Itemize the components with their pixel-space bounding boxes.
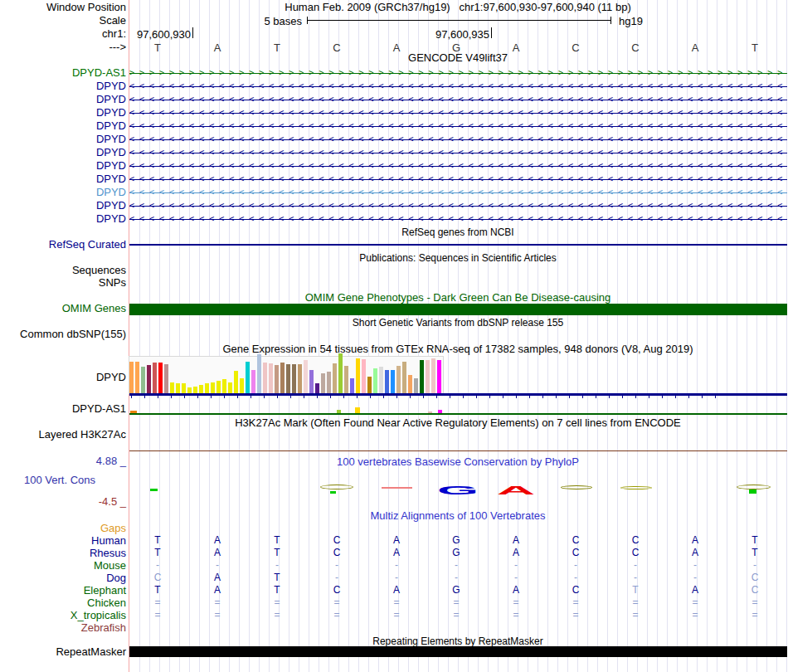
multiz-base: A	[499, 585, 533, 596]
gene-row-dpyd[interactable]: <<<<<<<<<<<<<<<<<<<<<<<<<<<<<<<<<<<<<<<<…	[129, 80, 787, 92]
multiz-species-chicken[interactable]: Chicken	[2, 597, 126, 609]
multiz-base: T	[738, 535, 771, 546]
h3k27ac-baseline	[129, 450, 787, 451]
publications-track-title[interactable]: Publications: Sequences in Scientific Ar…	[129, 252, 786, 264]
multiz-base: -	[260, 560, 294, 571]
repeatmasker-bar[interactable]	[129, 646, 787, 657]
gtex-bar	[216, 381, 221, 393]
repeatmasker-label[interactable]: RepeatMasker	[2, 646, 126, 658]
gene-row-dpyd[interactable]: <<<<<<<<<<<<<<<<<<<<<<<<<<<<<<<<<<<<<<<<…	[129, 187, 787, 198]
gtex-bar	[379, 367, 383, 393]
gene-row-dpyd-as1[interactable]: >>>>>>>>>>>>>>>>>>>>>>>>>>>>>>>>>>>>>>>>…	[129, 67, 787, 79]
gene-row-dpyd[interactable]: <<<<<<<<<<<<<<<<<<<<<<<<<<<<<<<<<<<<<<<<…	[129, 200, 787, 212]
layered-h3k27ac-label[interactable]: Layered H3K27Ac	[2, 429, 126, 441]
multiz-species-dog[interactable]: Dog	[2, 572, 126, 584]
omim-track-title[interactable]: OMIM Gene Phenotypes - Dark Green Can Be…	[129, 292, 786, 304]
phylop-track-title[interactable]: 100 vertebrates Basewise Conservation by…	[129, 456, 786, 468]
gtex-tick	[158, 396, 158, 398]
gene-label-dpyd-as1[interactable]: DPYD-AS1	[2, 67, 126, 79]
gene-row-dpyd[interactable]: <<<<<<<<<<<<<<<<<<<<<<<<<<<<<<<<<<<<<<<<…	[129, 120, 787, 132]
phylop-mark	[330, 491, 336, 494]
gtex-dpyd-label[interactable]: DPYD	[2, 372, 126, 383]
multiz-species-x_tropicalis[interactable]: X_tropicalis	[2, 610, 126, 621]
gtex-tick	[635, 396, 636, 398]
multiz-species-rhesus[interactable]: Rhesus	[2, 548, 126, 559]
gtex-tick	[330, 396, 331, 398]
vert-cons-label[interactable]: 100 Vert. Cons	[2, 474, 95, 486]
gtex-bar	[199, 385, 203, 393]
gtex-tick	[489, 396, 490, 398]
gene-label-dpyd[interactable]: DPYD	[2, 134, 126, 145]
multiz-base: -	[499, 560, 533, 571]
gene-row-dpyd[interactable]: <<<<<<<<<<<<<<<<<<<<<<<<<<<<<<<<<<<<<<<<…	[129, 107, 787, 119]
gencode-track-title[interactable]: GENCODE V49lift37	[129, 52, 786, 64]
multiz-base: =	[499, 597, 533, 608]
gtex-tick	[317, 396, 318, 398]
gene-row-dpyd[interactable]: <<<<<<<<<<<<<<<<<<<<<<<<<<<<<<<<<<<<<<<<…	[129, 147, 787, 158]
refseq-track-title[interactable]: RefSeq genes from NCBI	[129, 226, 786, 238]
gtex-tick	[649, 396, 649, 398]
gtex-dpyd-as1-line[interactable]	[129, 413, 787, 415]
multiz-species-human[interactable]: Human	[2, 535, 126, 547]
multiz-base: -	[619, 572, 652, 583]
multiz-base: -	[619, 560, 652, 571]
gene-row-dpyd[interactable]: <<<<<<<<<<<<<<<<<<<<<<<<<<<<<<<<<<<<<<<<…	[129, 160, 787, 172]
window-position-label: Window Position	[2, 2, 126, 13]
gene-label-dpyd[interactable]: DPYD	[2, 187, 126, 198]
omim-genes-bar[interactable]	[129, 304, 787, 315]
gene-row-dpyd[interactable]: <<<<<<<<<<<<<<<<<<<<<<<<<<<<<<<<<<<<<<<<…	[129, 173, 787, 185]
gtex-dpyd-as1-label[interactable]: DPYD-AS1	[2, 403, 126, 415]
h3k27ac-track-title[interactable]: H3K27Ac Mark (Often Found Near Active Re…	[129, 417, 786, 429]
gtex-tick	[569, 396, 570, 398]
multiz-species-gaps[interactable]: Gaps	[2, 523, 126, 534]
position-title: chr1:97,600,930-97,600,940 (11 bp)	[460, 1, 631, 13]
refseq-curated-label[interactable]: RefSeq Curated	[2, 239, 126, 251]
multiz-base: =	[141, 610, 174, 621]
dbsnp-track-title[interactable]: Short Genetic Variants from dbSNP releas…	[129, 317, 786, 329]
gene-label-dpyd[interactable]: DPYD	[2, 80, 126, 92]
multiz-species-mouse[interactable]: Mouse	[2, 560, 126, 572]
gene-row-dpyd[interactable]: <<<<<<<<<<<<<<<<<<<<<<<<<<<<<<<<<<<<<<<<…	[129, 134, 787, 145]
gene-label-dpyd[interactable]: DPYD	[2, 147, 126, 158]
gtex-tick	[503, 396, 503, 398]
gtex-tick	[251, 396, 251, 398]
multiz-base: C	[559, 585, 592, 596]
gene-row-dpyd[interactable]: <<<<<<<<<<<<<<<<<<<<<<<<<<<<<<<<<<<<<<<<…	[129, 213, 787, 225]
phylop-mark	[382, 487, 412, 489]
gtex-bar	[431, 358, 435, 393]
multiz-base: A	[499, 548, 533, 558]
multiz-species-zebrafish[interactable]: Zebrafish	[2, 622, 126, 634]
gene-label-dpyd[interactable]: DPYD	[2, 173, 126, 185]
coordinate-mid-tick	[491, 27, 492, 38]
genome-label: hg19	[619, 15, 643, 27]
omim-genes-label[interactable]: OMIM Genes	[2, 303, 126, 314]
refseq-curated-line[interactable]	[129, 244, 787, 246]
gtex-bar	[158, 363, 163, 393]
gtex-bar	[269, 363, 273, 393]
gene-label-dpyd[interactable]: DPYD	[2, 107, 126, 119]
multiz-base: =	[679, 597, 712, 608]
gtex-as1-mark	[130, 411, 137, 413]
sequences-label[interactable]: Sequences	[2, 265, 126, 276]
common-dbsnp-label[interactable]: Common dbSNP(155)	[2, 329, 126, 340]
multiz-base: =	[679, 610, 712, 621]
gtex-tick	[556, 396, 557, 398]
gene-label-dpyd[interactable]: DPYD	[2, 160, 126, 172]
gtex-bar	[414, 378, 418, 393]
phylop-min-value: -4.5 _	[2, 496, 126, 508]
gene-row-dpyd[interactable]: <<<<<<<<<<<<<<<<<<<<<<<<<<<<<<<<<<<<<<<<…	[129, 94, 787, 105]
snps-label[interactable]: SNPs	[2, 277, 126, 289]
gene-label-dpyd[interactable]: DPYD	[2, 200, 126, 212]
gene-label-dpyd[interactable]: DPYD	[2, 213, 126, 225]
multiz-track-title[interactable]: Multiz Alignments of 100 Vertebrates	[129, 510, 786, 522]
multiz-base: T	[260, 535, 294, 546]
gtex-bar	[135, 362, 139, 393]
gtex-bar	[222, 379, 226, 393]
repeatmasker-track-title[interactable]: Repeating Elements by RepeatMasker	[129, 635, 786, 647]
multiz-base: -	[679, 560, 712, 571]
multiz-species-elephant[interactable]: Elephant	[2, 585, 126, 597]
gene-label-dpyd[interactable]: DPYD	[2, 94, 126, 105]
gtex-track-title[interactable]: Gene Expression in 54 tissues from GTEx …	[129, 343, 786, 355]
gene-label-dpyd[interactable]: DPYD	[2, 120, 126, 132]
multiz-base: T	[141, 548, 174, 558]
